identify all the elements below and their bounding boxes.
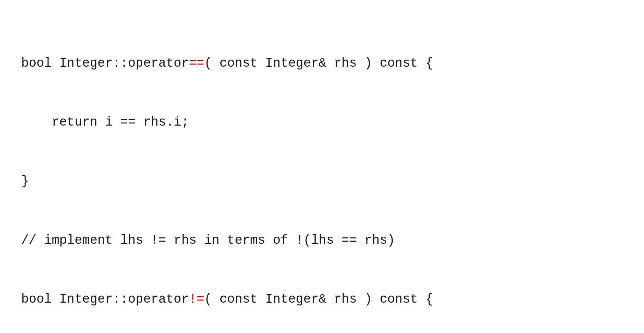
code-line-1: bool Integer::operator==( const Integer&… (21, 54, 623, 73)
code-line-4: // implement lhs != rhs in terms of !(lh… (21, 231, 623, 250)
code-display: bool Integer::operator==( const Integer&… (0, 0, 644, 333)
operator-neq: != (189, 292, 204, 307)
text-normal: return i == rhs.i; (21, 115, 189, 129)
operator-eq: == (189, 56, 204, 71)
code-line-5: bool Integer::operator!=( const Integer&… (21, 290, 623, 309)
code-line-2: return i == rhs.i; (21, 113, 623, 132)
comment-text: // implement lhs != rhs in terms of !(lh… (21, 233, 395, 248)
text-normal: } (21, 174, 29, 188)
text-normal: bool Integer::operator (21, 56, 189, 71)
code-line-3: } (21, 171, 623, 191)
text-normal: bool Integer::operator (21, 292, 189, 307)
text-normal: ( const Integer& rhs ) const { (204, 56, 433, 71)
text-normal: ( const Integer& rhs ) const { (204, 292, 433, 307)
